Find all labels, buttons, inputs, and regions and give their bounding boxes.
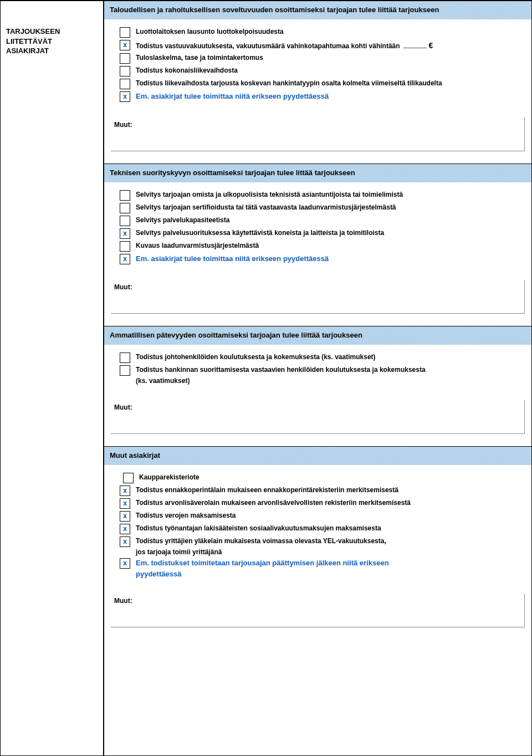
item-label: Kuvaus laadunvarmistusjärjestelmästä [136, 241, 524, 251]
euro-symbol: € [429, 40, 433, 51]
item-label: Todistus työnantajan lakisääteisten sosi… [136, 524, 524, 533]
section-professional: Ammatillisen pätevyyden osoittamiseksi t… [104, 326, 531, 447]
section-technical: Teknisen suorityskyvyn osoittamiseksi ta… [104, 164, 531, 326]
section-technical-heading: Teknisen suorityskyvyn osoittamiseksi ta… [104, 164, 531, 182]
checkbox[interactable] [120, 190, 130, 201]
item-label-cont: jos tarjoaja toimii yrittäjänä [120, 548, 524, 556]
checkbox[interactable] [120, 498, 130, 509]
checkbox[interactable] [120, 91, 130, 102]
item-label-cont: (ks. vaatimukset) [120, 377, 524, 385]
checkbox[interactable] [120, 365, 130, 376]
item-label: Todistus johtohenkilöiden koulutuksesta … [136, 353, 524, 362]
checkbox[interactable] [120, 53, 130, 64]
item-label: Selvitys palvelusuorituksessa käytettävi… [136, 228, 524, 238]
checkbox[interactable] [120, 203, 130, 213]
checkbox[interactable] [120, 254, 130, 264]
section-financial-heading: Taloudellisen ja rahoituksellisen sovelt… [104, 1, 531, 19]
item-label-highlight: Em. asiakirjat tulee toimittaa niitä eri… [136, 91, 524, 102]
checkbox[interactable] [120, 27, 130, 38]
section-other-docs: Muut asiakirjat Kaupparekisteriote Todis… [104, 447, 531, 627]
item-label: Todistus hankinnan suorittamisesta vasta… [136, 365, 524, 375]
page: TARJOUKSEEN LIITETTÄVÄT ASIAKIRJAT Talou… [0, 0, 532, 756]
item-label: Selvitys tarjoajan omista ja ulkopuolisi… [136, 190, 524, 200]
item-label-highlight: Em. asiakirjat tulee toimittaa niitä eri… [136, 254, 524, 264]
checkbox[interactable] [120, 79, 130, 89]
muut-field[interactable]: Muut: [111, 280, 525, 314]
amount-field[interactable] [403, 42, 427, 48]
checkbox[interactable] [120, 40, 130, 50]
muut-field[interactable]: Muut: [111, 118, 525, 151]
main: Taloudellisen ja rahoituksellisen sovelt… [103, 1, 531, 755]
item-label: Todistus liikevaihdosta tarjousta koskev… [136, 79, 524, 88]
item-label-highlight: Em. todistukset toimitetaan tarjousajan … [136, 558, 524, 569]
item-label: Todistus kokonaisliikevaihdosta [136, 66, 524, 75]
muut-field[interactable]: Muut: [111, 400, 525, 434]
checkbox[interactable] [120, 353, 130, 363]
section-financial: Taloudellisen ja rahoituksellisen sovelt… [104, 1, 531, 164]
item-label: Selvitys palvelukapasiteetista [136, 216, 524, 225]
sidebar: TARJOUKSEEN LIITETTÄVÄT ASIAKIRJAT [1, 1, 103, 755]
item-label: Todistus vastuuvakuutuksesta, vakuutusmä… [136, 40, 524, 51]
item-label: Todistus yrittäjien yläkelain mukaisesta… [136, 537, 524, 546]
section-other-heading: Muut asiakirjat [104, 447, 531, 465]
checkbox[interactable] [120, 524, 130, 534]
sidebar-line3: ASIAKIRJAT [6, 46, 100, 56]
checkbox[interactable] [120, 216, 130, 226]
checkbox[interactable] [120, 486, 130, 496]
checkbox[interactable] [120, 241, 130, 252]
item-label: Selvitys tarjoajan sertifioidusta tai tä… [136, 203, 524, 212]
item-label: Todistus verojen maksamisesta [136, 511, 524, 520]
item-label: Luottolaitoksen lausunto luottokelpoisuu… [136, 27, 524, 37]
checkbox[interactable] [120, 558, 130, 569]
item-label-highlight-cont: pyydettäessä [120, 570, 524, 578]
section-professional-heading: Ammatillisen pätevyyden osoittamiseksi t… [104, 326, 531, 345]
checkbox[interactable] [120, 228, 130, 239]
item-label: Kaupparekisteriote [139, 473, 524, 482]
item-label: Tuloslaskelma, tase ja toimintakertomus [136, 53, 524, 63]
item-label: Todistus ennakkoperintälain mukaiseen en… [136, 486, 524, 495]
sidebar-line1: TARJOUKSEEN [6, 27, 100, 37]
checkbox[interactable] [123, 473, 134, 483]
checkbox[interactable] [120, 66, 130, 76]
checkbox[interactable] [120, 537, 130, 547]
checkbox[interactable] [120, 511, 130, 522]
item-label: Todistus arvonlisäverolain mukaiseen arv… [136, 498, 524, 508]
muut-field[interactable]: Muut: [111, 594, 525, 627]
sidebar-line2: LIITETTÄVÄT [6, 37, 100, 47]
